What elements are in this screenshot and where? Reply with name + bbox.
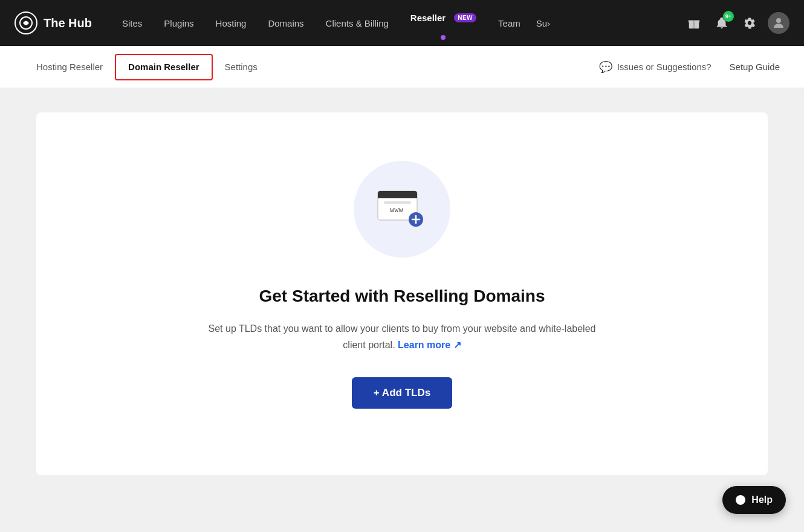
nav-actions: 9+	[684, 12, 789, 34]
app-title: The Hub	[44, 16, 92, 30]
setup-guide-button[interactable]: Setup Guide	[730, 62, 780, 72]
settings-button[interactable]	[740, 13, 759, 33]
nav-links: Sites Plugins Hosting Domains Clients & …	[111, 0, 684, 46]
notifications-button[interactable]: 9+	[712, 13, 731, 33]
help-dot-icon	[736, 495, 745, 505]
tab-domain-reseller[interactable]: Domain Reseller	[115, 54, 213, 80]
nav-plugins[interactable]: Plugins	[153, 0, 204, 46]
nav-reseller-label: Reseller	[410, 13, 446, 23]
external-link-icon: ↗	[453, 340, 461, 350]
nav-domains[interactable]: Domains	[257, 0, 314, 46]
logo-icon	[15, 11, 37, 34]
nav-more[interactable]: Su›	[531, 18, 555, 28]
nav-team[interactable]: Team	[487, 0, 531, 46]
navbar: The Hub Sites Plugins Hosting Domains Cl…	[0, 0, 804, 46]
nav-clients-billing[interactable]: Clients & Billing	[315, 0, 400, 46]
main-content: www Get Started with Reselling Domains S…	[0, 88, 804, 499]
tab-settings[interactable]: Settings	[213, 46, 270, 88]
tabs-right: 💬 Issues or Suggestions? Setup Guide	[599, 60, 780, 74]
svg-rect-7	[384, 201, 411, 204]
issues-label: Issues or Suggestions?	[617, 62, 712, 72]
reseller-indicator-dot	[441, 35, 446, 40]
tabs-bar: Hosting Reseller Domain Reseller Setting…	[0, 46, 804, 88]
card-description: Set up TLDs that you want to allow your …	[203, 320, 601, 353]
help-label: Help	[751, 495, 773, 505]
new-badge: NEW	[454, 13, 476, 22]
domain-illustration: www	[354, 161, 450, 258]
issues-suggestions-button[interactable]: 💬 Issues or Suggestions?	[599, 60, 712, 74]
learn-more-link[interactable]: Learn more ↗	[398, 340, 461, 350]
issues-icon: 💬	[599, 60, 612, 74]
help-button[interactable]: Help	[722, 486, 786, 514]
content-card: www Get Started with Reselling Domains S…	[36, 112, 768, 475]
svg-rect-6	[378, 195, 417, 198]
notification-badge: 9+	[723, 11, 734, 22]
app-logo[interactable]: The Hub	[15, 11, 92, 34]
avatar[interactable]	[768, 12, 789, 34]
svg-text:www: www	[390, 206, 403, 214]
tabs-left: Hosting Reseller Domain Reseller Setting…	[24, 46, 599, 88]
gift-button[interactable]	[684, 13, 704, 33]
nav-hosting[interactable]: Hosting	[205, 0, 258, 46]
svg-point-3	[776, 18, 781, 23]
nav-sites[interactable]: Sites	[111, 0, 153, 46]
add-tlds-button[interactable]: + Add TLDs	[352, 377, 452, 409]
tab-hosting-reseller[interactable]: Hosting Reseller	[24, 46, 115, 88]
card-title: Get Started with Reselling Domains	[259, 287, 545, 306]
nav-reseller[interactable]: Reseller NEW	[400, 0, 487, 46]
